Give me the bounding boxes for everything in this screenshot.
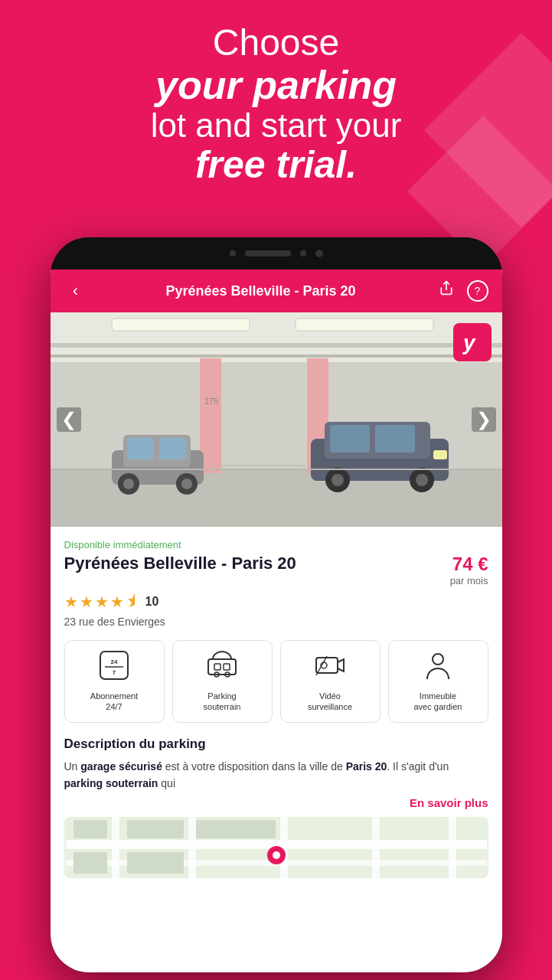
share-button[interactable] xyxy=(435,280,458,302)
parking-title-row: Pyrénées Belleville - Paris 20 74 € par … xyxy=(64,554,488,586)
phone-screen: ‹ Pyrénées Belleville - Paris 20 ? xyxy=(51,270,502,972)
svg-rect-8 xyxy=(51,354,502,358)
svg-rect-6 xyxy=(296,318,433,331)
svg-rect-14 xyxy=(127,438,154,459)
svg-rect-48 xyxy=(112,817,119,878)
svg-text:y: y xyxy=(462,331,476,354)
phone-speaker xyxy=(245,250,291,256)
feature-parking-icon xyxy=(207,650,237,684)
back-button[interactable]: ‹ xyxy=(64,281,87,301)
svg-rect-36 xyxy=(208,659,236,675)
star-half: ⯨ xyxy=(126,593,141,611)
app-header-title: Pyrénées Belleville - Paris 20 xyxy=(87,283,435,299)
feature-video: Vidéosurveillance xyxy=(280,640,381,723)
header-lot-and: lot and start your xyxy=(0,107,552,144)
price-period: par mois xyxy=(450,575,488,586)
svg-rect-55 xyxy=(196,820,276,838)
description-text: Un garage sécurisé est à votre dispositi… xyxy=(64,758,488,792)
svg-rect-53 xyxy=(73,820,107,838)
parking-address: 23 rue des Envierges xyxy=(64,616,488,628)
star-4: ★ xyxy=(110,593,124,611)
feature-247-label: Abonnement24/7 xyxy=(90,691,138,713)
feature-24-7: 24 7 Abonnement24/7 xyxy=(64,640,165,723)
svg-rect-54 xyxy=(127,820,184,838)
app-header-icons: ? xyxy=(435,280,488,302)
phone-dot-2 xyxy=(300,250,306,256)
rating-count: 10 xyxy=(145,595,159,609)
phone-top-bar xyxy=(51,237,502,270)
svg-rect-23 xyxy=(375,425,415,452)
svg-text:175: 175 xyxy=(204,397,218,406)
svg-rect-28 xyxy=(433,450,447,459)
star-3: ★ xyxy=(95,593,109,611)
header-free-trial: free trial. xyxy=(0,144,552,186)
feature-247-icon: 24 7 xyxy=(99,650,129,684)
feature-video-label: Vidéosurveillance xyxy=(308,691,352,713)
header-text: Choose your parking lot and start your f… xyxy=(0,23,552,186)
svg-rect-15 xyxy=(159,438,186,459)
phone-frame: ‹ Pyrénées Belleville - Paris 20 ? xyxy=(51,237,502,972)
feature-gardien: Immeubleavec gardien xyxy=(388,640,488,723)
svg-rect-51 xyxy=(372,817,380,878)
available-text: Disponible immédiatement xyxy=(64,539,488,550)
svg-rect-7 xyxy=(51,343,502,348)
feature-video-icon xyxy=(315,650,345,684)
price-block: 74 € par mois xyxy=(450,554,488,586)
svg-rect-57 xyxy=(127,852,184,874)
image-next-button[interactable]: ❯ xyxy=(472,407,496,432)
header-choose: Choose xyxy=(0,23,552,64)
feature-gardien-label: Immeubleavec gardien xyxy=(414,691,462,713)
svg-rect-5 xyxy=(112,318,250,331)
features-row: 24 7 Abonnement24/7 xyxy=(64,640,488,723)
phone-camera xyxy=(315,250,323,257)
phone-dot-1 xyxy=(230,250,236,256)
svg-rect-38 xyxy=(224,664,230,670)
parking-image: 175 xyxy=(51,312,502,527)
feature-souterrain: Parkingsouterrain xyxy=(172,640,273,723)
header-your-parking: your parking xyxy=(0,64,552,107)
parking-image-svg: 175 xyxy=(51,312,502,527)
app-logo-badge: y xyxy=(453,323,492,361)
svg-rect-22 xyxy=(330,425,370,452)
star-2: ★ xyxy=(80,593,93,611)
feature-gardien-icon xyxy=(423,650,453,684)
svg-point-44 xyxy=(433,654,443,665)
rating-row: ★ ★ ★ ★ ⯨ 10 xyxy=(64,593,488,611)
parking-name: Pyrénées Belleville - Paris 20 xyxy=(64,554,296,573)
help-button[interactable]: ? xyxy=(467,280,488,302)
star-1: ★ xyxy=(64,593,78,611)
app-header: ‹ Pyrénées Belleville - Paris 20 ? xyxy=(51,270,502,312)
map-preview[interactable] xyxy=(64,817,488,878)
feature-parking-label: Parkingsouterrain xyxy=(204,691,241,713)
svg-point-27 xyxy=(416,474,428,486)
image-prev-button[interactable]: ❮ xyxy=(57,407,81,432)
svg-rect-49 xyxy=(188,817,196,878)
stars: ★ ★ ★ ★ ⯨ xyxy=(64,593,141,611)
svg-point-25 xyxy=(332,474,344,486)
svg-point-59 xyxy=(273,851,280,859)
svg-text:24: 24 xyxy=(111,658,118,665)
content-area: Disponible immédiatement Pyrénées Bellev… xyxy=(51,527,502,972)
price-amount: 74 € xyxy=(452,554,488,574)
svg-point-17 xyxy=(123,479,134,489)
svg-point-19 xyxy=(181,479,192,489)
svg-rect-52 xyxy=(449,817,456,878)
svg-rect-56 xyxy=(73,852,107,874)
description-title: Description du parking xyxy=(64,737,488,752)
svg-text:7: 7 xyxy=(113,669,116,676)
svg-rect-37 xyxy=(214,664,220,670)
read-more-link[interactable]: En savoir plus xyxy=(64,796,488,809)
